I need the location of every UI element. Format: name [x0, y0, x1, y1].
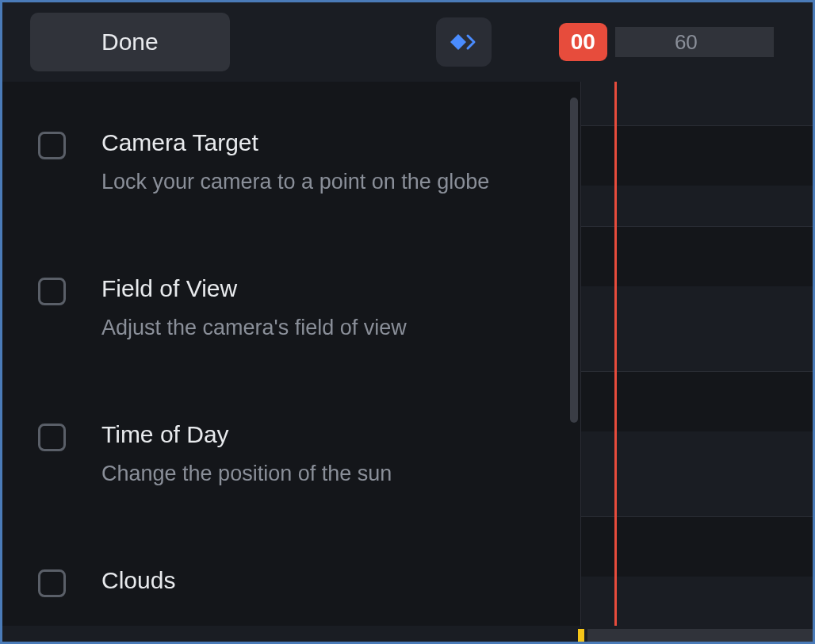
option-text: Field of View Adjust the camera's field … — [101, 275, 545, 342]
scrollbar[interactable] — [570, 98, 578, 423]
options-sidebar: Camera Target Lock your camera to a poin… — [2, 82, 581, 626]
keyframe-button[interactable] — [436, 17, 492, 67]
content-area: Camera Target Lock your camera to a poin… — [2, 82, 813, 626]
option-title: Field of View — [101, 275, 545, 302]
option-time-of-day: Time of Day Change the position of the s… — [38, 421, 545, 488]
time-ruler[interactable]: 60 — [615, 27, 774, 57]
option-title: Time of Day — [101, 421, 545, 448]
option-desc: Lock your camera to a point on the globe — [101, 168, 545, 196]
time-current-marker[interactable]: 00 — [559, 23, 607, 61]
option-field-of-view: Field of View Adjust the camera's field … — [38, 275, 545, 342]
timeline-header: 00 60 — [559, 23, 774, 61]
option-text: Camera Target Lock your camera to a poin… — [101, 129, 545, 196]
option-title: Clouds — [101, 567, 545, 594]
checkbox-field-of-view[interactable] — [38, 278, 66, 305]
time-tick-60: 60 — [675, 30, 698, 55]
keyframe-diamond-icon — [450, 33, 477, 52]
option-text: Time of Day Change the position of the s… — [101, 421, 545, 488]
footer-marker — [578, 629, 584, 642]
option-text: Clouds — [101, 567, 545, 606]
app-container: Done 00 60 Camera Target Lock you — [2, 2, 813, 642]
done-button[interactable]: Done — [30, 13, 230, 71]
option-clouds: Clouds — [38, 567, 545, 606]
timeline-area[interactable] — [581, 82, 813, 626]
playhead[interactable] — [614, 82, 617, 626]
option-desc: Adjust the camera's field of view — [101, 314, 545, 342]
checkbox-time-of-day[interactable] — [38, 424, 66, 451]
footer-scrollbar[interactable] — [587, 629, 813, 642]
option-camera-target: Camera Target Lock your camera to a poin… — [38, 129, 545, 196]
option-title: Camera Target — [101, 129, 545, 156]
option-desc: Change the position of the sun — [101, 460, 545, 488]
checkbox-clouds[interactable] — [38, 569, 66, 597]
toolbar: Done 00 60 — [2, 2, 813, 82]
footer — [2, 626, 813, 642]
checkbox-camera-target[interactable] — [38, 132, 66, 159]
